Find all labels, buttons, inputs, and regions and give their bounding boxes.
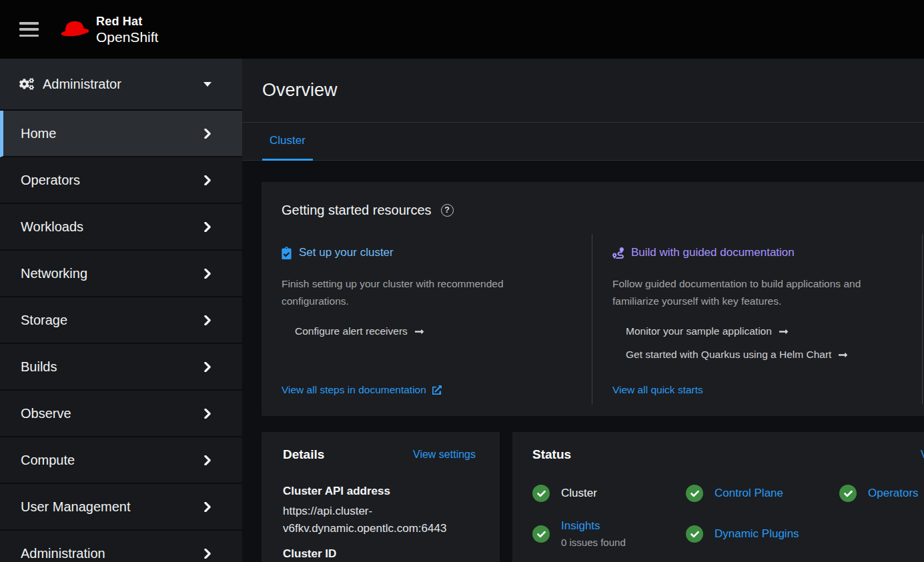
arrow-right-icon [838, 350, 848, 360]
brand-line1: Red Hat [96, 15, 158, 27]
redhat-openshift-logo: Red Hat OpenShift [59, 15, 158, 44]
brand-line2: OpenShift [96, 30, 158, 44]
status-insights[interactable]: Insights [561, 519, 600, 532]
sidebar-item-storage[interactable]: Storage [0, 297, 242, 344]
route-icon [612, 247, 624, 259]
masthead: Red Hat OpenShift [0, 0, 924, 59]
details-card: Details View settings Cluster API addres… [262, 432, 500, 562]
sidebar-nav: Home Operators Workloads Networking Stor… [0, 111, 242, 562]
sidebar-item-home[interactable]: Home [0, 111, 242, 157]
chevron-right-icon [203, 222, 211, 232]
success-icon [532, 525, 550, 543]
chevron-right-icon [203, 455, 211, 465]
sidebar-item-networking[interactable]: Networking [0, 251, 242, 297]
redhat-fedora-icon [59, 18, 90, 41]
getting-started-col-guided: Build with guided documentation Follow g… [592, 234, 922, 404]
status-cluster[interactable]: Cluster [561, 487, 597, 500]
view-all-quick-starts-link[interactable]: View all quick starts [612, 384, 703, 396]
field-label: Cluster ID [283, 548, 476, 560]
configure-alert-receivers-link[interactable]: Configure alert receivers [295, 325, 424, 337]
tab-bar: Cluster [242, 123, 924, 161]
status-dynamic-plugins[interactable]: Dynamic Plugins [715, 527, 799, 541]
perspective-switcher[interactable]: Administrator [0, 59, 242, 111]
status-item-control-plane: Control Plane [686, 485, 839, 502]
monitor-sample-app-link[interactable]: Monitor your sample application [626, 325, 789, 337]
setup-cluster-description: Finish setting up your cluster with reco… [282, 275, 568, 310]
insights-issues-text: 0 issues found [561, 537, 626, 549]
success-icon [686, 525, 703, 543]
status-operators[interactable]: Operators [868, 487, 919, 500]
menu-icon[interactable] [19, 22, 39, 37]
overview-content: Getting started resources ? Set up your … [242, 161, 924, 562]
chevron-right-icon [203, 362, 211, 372]
status-item-operators: Operators [839, 485, 924, 502]
arrow-right-icon [779, 327, 789, 337]
sidebar-item-compute[interactable]: Compute [0, 437, 242, 484]
status-item-insights: Insights0 issues found [532, 519, 686, 549]
external-link-icon [432, 385, 442, 395]
details-title: Details [283, 448, 324, 461]
view-alerts-link[interactable]: View alerts [921, 448, 924, 461]
chevron-right-icon [203, 129, 211, 139]
sidebar-item-user-management[interactable]: User Management [0, 484, 242, 531]
sidebar-item-administration[interactable]: Administration [0, 531, 242, 562]
main-content: Overview Cluster Getting started resourc… [242, 59, 924, 562]
getting-started-card: Getting started resources ? Set up your … [262, 182, 924, 416]
sidebar-item-operators[interactable]: Operators [0, 157, 242, 204]
sidebar-item-builds[interactable]: Builds [0, 344, 242, 391]
getting-started-title: Getting started resources [282, 202, 432, 218]
sidebar: Administrator Home Operators Workloads N… [0, 59, 242, 562]
page-header: Overview [242, 59, 924, 123]
sidebar-item-observe[interactable]: Observe [0, 391, 242, 437]
clipboard-check-icon [282, 247, 292, 259]
cluster-id-field: Cluster ID [283, 548, 476, 560]
chevron-right-icon [203, 502, 211, 512]
status-item-dynamic-plugins: Dynamic Plugins [686, 519, 839, 549]
success-icon [686, 485, 703, 502]
getting-started-col-setup: Set up your cluster Finish setting up yo… [282, 234, 592, 404]
guided-doc-description: Follow guided documentation to build app… [612, 275, 899, 310]
chevron-right-icon [203, 175, 211, 185]
status-card: Status View alerts Cluster Control Plane [512, 432, 924, 562]
perspective-label: Administrator [43, 77, 121, 92]
status-item-cluster: Cluster [532, 485, 686, 502]
success-icon [839, 485, 857, 502]
setup-cluster-heading: Set up your cluster [299, 246, 394, 259]
cluster-api-address-field: Cluster API address https://api.cluster-… [283, 485, 476, 537]
sidebar-item-workloads[interactable]: Workloads [0, 204, 242, 251]
chevron-right-icon [203, 269, 211, 279]
arrow-right-icon [414, 327, 424, 337]
view-settings-link[interactable]: View settings [413, 448, 476, 461]
field-value: https://api.cluster-v6fkv.dynamic.opentl… [283, 503, 476, 537]
chevron-right-icon [203, 409, 211, 419]
tab-cluster[interactable]: Cluster [262, 123, 313, 161]
success-icon [532, 485, 550, 502]
field-label: Cluster API address [283, 485, 476, 497]
guided-doc-heading: Build with guided documentation [631, 246, 795, 259]
quarkus-helm-chart-link[interactable]: Get started with Quarkus using a Helm Ch… [626, 349, 848, 361]
status-title: Status [532, 448, 571, 461]
page-title: Overview [262, 77, 924, 103]
cogs-icon [19, 78, 34, 90]
chevron-right-icon [203, 549, 211, 559]
view-all-steps-link[interactable]: View all steps in documentation [282, 384, 442, 396]
caret-down-icon [203, 82, 211, 87]
chevron-right-icon [203, 315, 211, 325]
help-icon[interactable]: ? [441, 204, 454, 217]
status-control-plane[interactable]: Control Plane [715, 487, 783, 500]
